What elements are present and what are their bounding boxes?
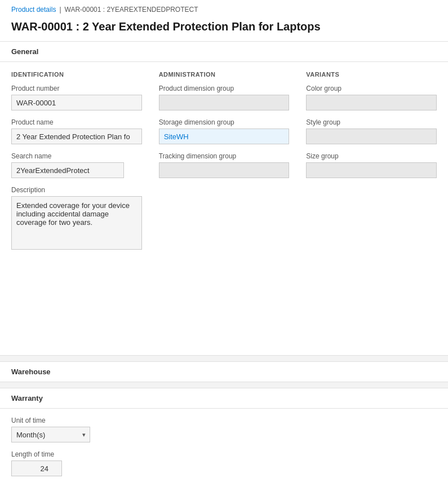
identification-col-header: IDENTIFICATION <box>11 71 142 78</box>
product-number-label: Product number <box>11 85 142 92</box>
variants-col-header: VARIANTS <box>306 71 437 78</box>
product-name-input[interactable] <box>11 129 142 144</box>
breadcrumb: Product details | WAR-00001 : 2YEAREXTEN… <box>0 0 448 17</box>
variants-column: VARIANTS Color group Style group Size gr… <box>306 71 437 259</box>
unit-of-time-label: Unit of time <box>11 417 437 424</box>
color-group-field: Color group <box>306 85 437 110</box>
unit-of-time-select[interactable]: Day(s) Month(s) Year(s) <box>11 427 90 442</box>
description-label: Description <box>11 186 142 194</box>
storage-dimension-group-input[interactable] <box>159 129 290 144</box>
unit-of-time-field: Unit of time Day(s) Month(s) Year(s) ▾ <box>11 417 437 442</box>
general-section-header: General <box>0 42 448 62</box>
warranty-header: Warranty <box>0 388 448 409</box>
length-of-time-label: Length of time <box>11 450 437 458</box>
storage-dimension-group-field: Storage dimension group <box>159 118 290 144</box>
size-group-field: Size group <box>306 152 437 178</box>
description-field: Description <box>11 186 142 251</box>
warranty-section: Warranty Unit of time Day(s) Month(s) Ye… <box>0 388 448 487</box>
breadcrumb-current: WAR-00001 : 2YEAREXTENDEDPROTECT <box>65 6 198 14</box>
breadcrumb-link[interactable]: Product details <box>11 6 56 14</box>
product-name-field: Product name <box>11 118 142 144</box>
warehouse-header: Warehouse <box>11 368 51 376</box>
style-group-label: Style group <box>306 118 437 126</box>
identification-column: IDENTIFICATION Product number Product na… <box>11 71 142 259</box>
page-title: WAR-00001 : 2 Year Extended Protection P… <box>0 17 448 41</box>
storage-dimension-group-label: Storage dimension group <box>159 118 290 126</box>
style-group-field: Style group <box>306 118 437 144</box>
product-name-label: Product name <box>11 118 142 126</box>
warehouse-section: Warehouse <box>0 361 448 382</box>
tracking-dimension-group-label: Tracking dimension group <box>159 152 290 160</box>
product-dimension-group-label: Product dimension group <box>159 85 290 92</box>
unit-of-time-select-wrapper: Day(s) Month(s) Year(s) ▾ <box>11 427 90 442</box>
search-name-input[interactable] <box>11 162 124 178</box>
tracking-dimension-group-field: Tracking dimension group <box>159 152 290 178</box>
search-name-field: Search name <box>11 152 142 178</box>
color-group-label: Color group <box>306 85 437 92</box>
length-of-time-field: Length of time <box>11 450 437 476</box>
product-dimension-group-field: Product dimension group <box>159 85 290 110</box>
search-name-label: Search name <box>11 152 142 160</box>
administration-col-header: ADMINISTRATION <box>159 71 290 78</box>
size-group-label: Size group <box>306 152 437 160</box>
product-number-input[interactable] <box>11 95 142 110</box>
administration-column: ADMINISTRATION Product dimension group S… <box>159 71 290 259</box>
product-number-field: Product number <box>11 85 142 110</box>
breadcrumb-separator: | <box>59 6 61 14</box>
description-textarea[interactable] <box>11 196 142 250</box>
length-of-time-input[interactable] <box>11 461 62 476</box>
